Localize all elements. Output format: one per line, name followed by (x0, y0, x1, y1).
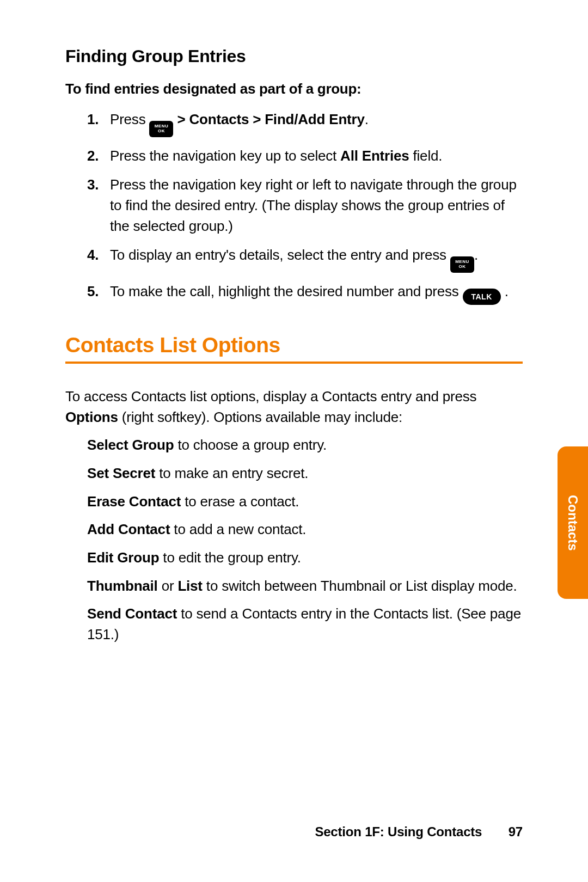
footer-section: Section 1F: Using Contacts (315, 824, 482, 839)
paragraph: To access Contacts list options, display… (65, 387, 523, 427)
major-heading: Contacts List Options (65, 333, 523, 357)
options-list: Select Group to choose a group entry. Se… (65, 435, 523, 645)
step-item: 2. Press the navigation key up to select… (87, 146, 523, 167)
option-item: Send Contact to send a Contacts entry in… (87, 604, 523, 645)
step-body: To make the call, highlight the desired … (110, 281, 523, 305)
option-item: Erase Contact to erase a contact. (87, 492, 523, 512)
step-item: 5. To make the call, highlight the desir… (87, 281, 523, 305)
page-footer: Section 1F: Using Contacts 97 (315, 824, 523, 840)
option-item: Edit Group to edit the group entry. (87, 548, 523, 568)
step-body: To display an entry's details, select th… (110, 245, 523, 273)
option-item: Thumbnail or List to switch between Thum… (87, 576, 523, 597)
step-body: Press MENUOK > Contacts > Find/Add Entry… (110, 109, 523, 137)
section-side-tab: Contacts (558, 446, 588, 599)
side-tab-label: Contacts (565, 495, 580, 551)
step-number: 3. (87, 175, 110, 236)
step-number: 5. (87, 281, 110, 305)
talk-icon: TALK (463, 289, 501, 305)
step-number: 2. (87, 146, 110, 167)
step-item: 1. Press MENUOK > Contacts > Find/Add En… (87, 109, 523, 137)
heading-rule (65, 362, 523, 364)
step-body: Press the navigation key right or left t… (110, 175, 523, 236)
option-item: Set Secret to make an entry secret. (87, 463, 523, 484)
option-item: Add Contact to add a new contact. (87, 519, 523, 540)
intro-text: To find entries designated as part of a … (65, 81, 523, 97)
subheading: Finding Group Entries (65, 46, 523, 66)
step-item: 3. Press the navigation key right or lef… (87, 175, 523, 236)
menu-ok-icon: MENUOK (450, 256, 474, 273)
menu-ok-icon: MENUOK (149, 121, 173, 137)
step-number: 1. (87, 109, 110, 137)
steps-list: 1. Press MENUOK > Contacts > Find/Add En… (65, 109, 523, 305)
step-number: 4. (87, 245, 110, 273)
option-item: Select Group to choose a group entry. (87, 435, 523, 456)
step-item: 4. To display an entry's details, select… (87, 245, 523, 273)
step-body: Press the navigation key up to select Al… (110, 146, 523, 167)
page-number: 97 (509, 824, 523, 840)
